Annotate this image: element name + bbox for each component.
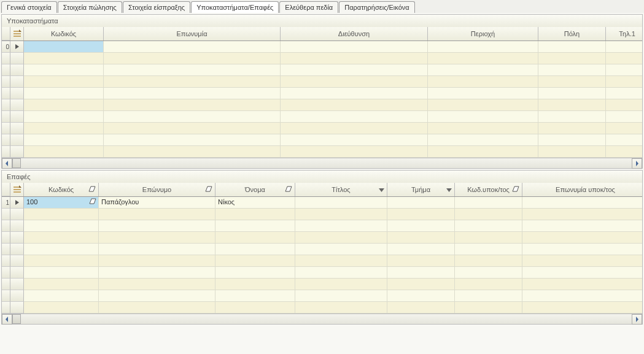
table-row[interactable]	[2, 279, 642, 290]
tab-notes-image[interactable]: Παρατηρήσεις/Εικόνα	[339, 1, 414, 13]
grid-options-button[interactable]	[10, 183, 24, 196]
contacts-title: Επαφές	[2, 171, 642, 183]
table-row[interactable]	[2, 244, 642, 255]
dropdown-icon	[446, 188, 452, 192]
cell-code[interactable]	[24, 41, 104, 53]
table-row[interactable]: 1 100 Παπάζογλου Νίκος	[2, 197, 642, 209]
eraser-icon	[89, 198, 96, 204]
col-label: Κωδικός	[48, 186, 74, 193]
branches-grid-body: 0	[2, 41, 642, 158]
col-label: Κωδ.υποκ/τος	[467, 186, 510, 193]
scroll-left-button[interactable]	[2, 158, 12, 169]
table-row[interactable]	[2, 146, 642, 158]
scroll-thumb[interactable]	[12, 314, 21, 324]
cell-firstname[interactable]: Νίκος	[215, 197, 295, 209]
contacts-grid-header: Κωδικός Επώνυμο Όνομα Τίτλος Τμήμα Κωδ.υ…	[2, 183, 642, 197]
row-count: 1	[2, 197, 10, 209]
contacts-h-scrollbar[interactable]	[2, 314, 642, 324]
branches-h-scrollbar[interactable]	[2, 158, 642, 168]
col-label: Επωνυμία υποκ/τος	[556, 186, 615, 193]
branches-title: Υποκαταστήματα	[2, 15, 642, 27]
cell-code[interactable]: 100	[24, 197, 99, 209]
scroll-left-button[interactable]	[2, 314, 12, 325]
branches-col-area[interactable]: Περιοχή	[428, 27, 538, 40]
table-row[interactable]	[2, 111, 642, 123]
eraser-icon	[205, 186, 212, 192]
branches-col-address[interactable]: Διεύθυνση	[281, 27, 428, 40]
scroll-right-button[interactable]	[632, 314, 642, 325]
cell-city[interactable]	[538, 41, 606, 53]
cell-dept[interactable]	[387, 197, 455, 209]
branches-col-name[interactable]: Επωνυμία	[104, 27, 281, 40]
scroll-track[interactable]	[12, 158, 632, 168]
col-label: Επώνυμο	[142, 186, 171, 193]
grid-options-icon	[13, 29, 21, 38]
table-row[interactable]: 0	[2, 41, 642, 53]
current-row-icon	[15, 200, 20, 205]
table-row[interactable]	[2, 53, 642, 64]
table-row[interactable]	[2, 123, 642, 134]
cell-name[interactable]	[104, 41, 281, 53]
table-row[interactable]	[2, 302, 642, 314]
svg-rect-2	[14, 36, 21, 37]
cell-area[interactable]	[428, 41, 538, 53]
branches-col-tel1[interactable]: Τηλ.1	[606, 27, 644, 40]
svg-rect-1	[14, 33, 21, 34]
contacts-col-firstname[interactable]: Όνομα	[215, 183, 295, 196]
table-row[interactable]	[2, 255, 642, 267]
tab-branches-contacts[interactable]: Υποκαταστήματα/Επαφές	[191, 1, 279, 13]
table-row[interactable]	[2, 209, 642, 220]
chevron-right-icon	[635, 161, 639, 166]
col-label: Όνομα	[245, 186, 265, 193]
table-row[interactable]	[2, 220, 642, 232]
grid-options-icon	[13, 185, 21, 194]
col-label: Τίτλος	[332, 186, 350, 193]
cell-branch-name[interactable]	[522, 197, 642, 209]
tab-free-fields[interactable]: Ελεύθερα πεδία	[279, 1, 338, 13]
contacts-col-code[interactable]: Κωδικός	[24, 183, 99, 196]
table-row[interactable]	[2, 232, 642, 244]
cell-surname[interactable]: Παπάζογλου	[99, 197, 215, 209]
table-row[interactable]	[2, 134, 642, 146]
table-row[interactable]	[2, 99, 642, 111]
branches-grid-header: Κωδικός Επωνυμία Διεύθυνση Περιοχή Πόλη …	[2, 27, 642, 41]
tab-sales[interactable]: Στοιχεία πώλησης	[58, 1, 122, 13]
contacts-col-surname[interactable]: Επώνυμο	[99, 183, 215, 196]
contacts-col-department[interactable]: Τμήμα	[387, 183, 455, 196]
cell-tel1[interactable]	[606, 41, 642, 53]
eraser-icon	[512, 186, 519, 192]
contacts-grid: Κωδικός Επώνυμο Όνομα Τίτλος Τμήμα Κωδ.υ…	[2, 183, 642, 324]
dropdown-icon	[379, 188, 384, 192]
table-row[interactable]	[2, 290, 642, 302]
row-count: 0	[2, 41, 10, 53]
svg-rect-4	[14, 189, 21, 190]
tab-general[interactable]: Γενικά στοιχεία	[1, 1, 57, 13]
scroll-right-button[interactable]	[632, 158, 642, 169]
cell-title[interactable]	[295, 197, 387, 209]
eraser-icon	[88, 186, 96, 192]
table-row[interactable]	[2, 88, 642, 99]
current-row-icon	[15, 44, 20, 49]
grid-options-button[interactable]	[10, 27, 24, 40]
table-row[interactable]	[2, 64, 642, 76]
scroll-track[interactable]	[12, 314, 632, 324]
branches-col-city[interactable]: Πόλη	[538, 27, 606, 40]
grid-rowcount-spacer	[2, 183, 10, 196]
contacts-col-branch-code[interactable]: Κωδ.υποκ/τος	[455, 183, 522, 196]
contacts-col-branch-name[interactable]: Επωνυμία υποκ/τος	[522, 183, 644, 196]
tab-bar: Γενικά στοιχεία Στοιχεία πώλησης Στοιχεί…	[0, 0, 644, 13]
cell-branch-code[interactable]	[455, 197, 522, 209]
chevron-left-icon	[5, 317, 9, 322]
chevron-right-icon	[635, 317, 639, 322]
tab-collection[interactable]: Στοιχεία είσπραξης	[123, 1, 190, 13]
cell-value: 100	[26, 198, 37, 206]
row-indicator	[10, 41, 24, 53]
cell-address[interactable]	[281, 41, 428, 53]
branches-col-code[interactable]: Κωδικός	[24, 27, 104, 40]
scroll-thumb[interactable]	[12, 158, 21, 168]
table-row[interactable]	[2, 76, 642, 88]
contacts-section: Επαφές Κωδικός Επώνυμο Όνομα	[1, 170, 643, 325]
contacts-grid-body: 1 100 Παπάζογλου Νίκος	[2, 197, 642, 314]
contacts-col-title[interactable]: Τίτλος	[295, 183, 387, 196]
table-row[interactable]	[2, 267, 642, 279]
